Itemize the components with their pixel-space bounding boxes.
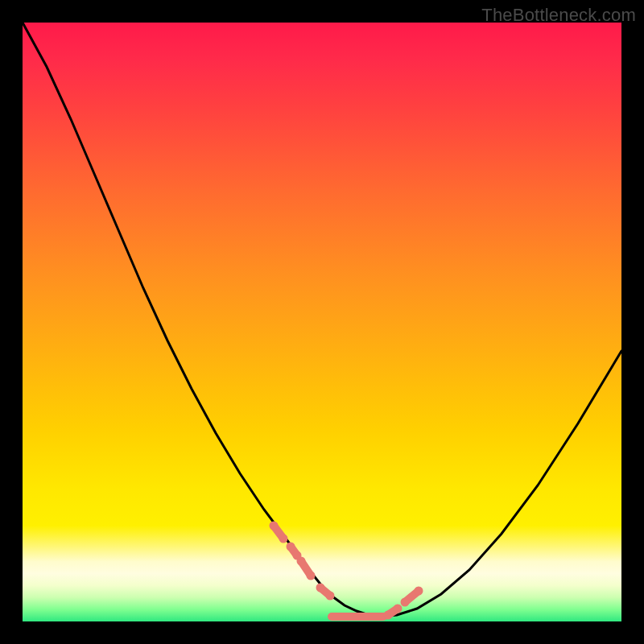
highlight-bead-dot: [326, 592, 335, 601]
highlight-bead-dot: [279, 535, 288, 543]
highlight-bead-dot: [415, 587, 423, 596]
highlight-bead-dot: [287, 543, 295, 551]
highlight-bead-dot: [297, 557, 306, 566]
highlight-bead-dot: [307, 572, 316, 580]
chart-plot-area: [23, 23, 621, 621]
watermark-text: TheBottleneck.com: [481, 5, 636, 26]
curve-line: [23, 23, 621, 617]
highlight-bead-dot: [394, 605, 402, 613]
highlight-bead-dot: [270, 522, 279, 530]
highlight-bead-dot: [384, 611, 393, 620]
highlight-bead-dot: [316, 584, 325, 592]
bottleneck-curve: [23, 23, 621, 621]
curve-highlight-beads: [270, 522, 423, 620]
highlight-bead-dot: [401, 598, 410, 607]
